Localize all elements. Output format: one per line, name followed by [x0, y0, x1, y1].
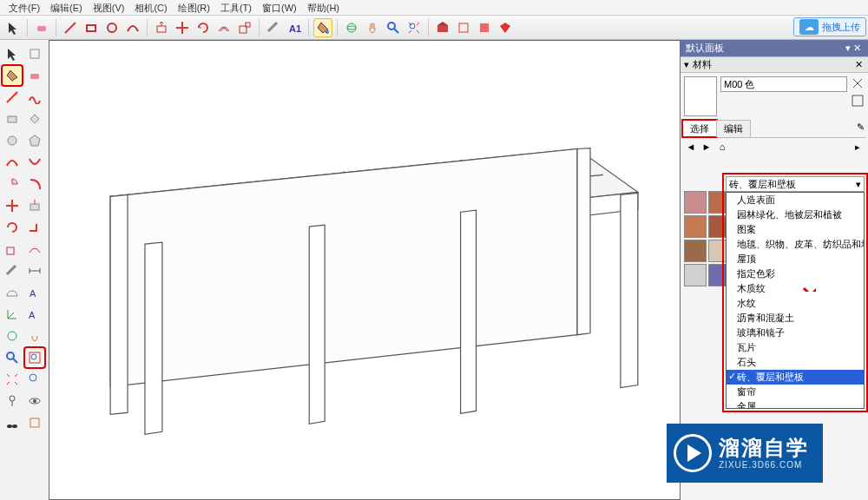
chevron-down-icon[interactable]: ▾ [856, 179, 861, 190]
circle-tool[interactable] [102, 18, 122, 37]
dd-option[interactable]: 水纹 [727, 296, 864, 311]
material-name-input[interactable] [720, 76, 847, 92]
freehand-tool[interactable] [24, 87, 45, 108]
axes-tool[interactable] [2, 304, 23, 325]
tray-collapse-icon[interactable]: ▾ ✕ [844, 43, 863, 54]
menu-file[interactable]: 文件(F) [3, 0, 45, 15]
dd-option[interactable]: 人造表面 [727, 193, 864, 207]
move-tool2[interactable] [2, 195, 23, 216]
nav-fwd-icon[interactable]: ► [700, 140, 713, 154]
3dtext-tool[interactable]: A [24, 304, 45, 325]
nav-menu-icon[interactable]: ▸ [851, 140, 865, 154]
scale-tool2[interactable] [2, 239, 23, 260]
offset-tool2[interactable] [24, 239, 45, 260]
material-thumb[interactable] [684, 264, 707, 286]
paint-bucket-tool2[interactable] [2, 65, 23, 86]
text-tool[interactable]: A1 [285, 18, 304, 37]
material-category-dropdown[interactable]: 砖、覆层和壁板 ▾ 人造表面 园林绿化、地被层和植被 图案 地毯、织物、皮革、纺… [726, 176, 865, 409]
pushpull-tool[interactable] [152, 18, 171, 37]
look-tool[interactable] [24, 391, 45, 411]
menu-tools[interactable]: 工具(T) [215, 0, 257, 15]
rect-tool2[interactable] [2, 109, 23, 129]
menu-window[interactable]: 窗口(W) [257, 0, 302, 15]
select-tool2[interactable] [2, 43, 23, 64]
create-material-icon[interactable] [851, 94, 865, 108]
menu-camera[interactable]: 相机(C) [129, 0, 172, 15]
paint-bucket-tool[interactable] [313, 18, 332, 37]
arc2-tool[interactable] [24, 152, 45, 173]
dd-option[interactable]: 窗帘 [727, 385, 864, 399]
walk-tool[interactable] [2, 412, 23, 433]
menu-view[interactable]: 视图(V) [88, 0, 130, 15]
line-tool2[interactable] [2, 87, 23, 108]
text-tool2[interactable]: A [24, 282, 45, 303]
tape-tool2[interactable] [2, 260, 23, 281]
dd-option[interactable]: 指定色彩 [727, 266, 864, 281]
edit-pencil-icon[interactable]: ✎ [855, 120, 866, 137]
circle-tool2[interactable] [2, 130, 23, 151]
nav-home-icon[interactable]: ⌂ [715, 140, 729, 154]
zoom-extents-tool[interactable] [404, 18, 424, 37]
tray-default-header[interactable]: 默认面板 ▾ ✕ [681, 40, 868, 56]
menu-help[interactable]: 帮助(H) [302, 0, 345, 15]
move-tool[interactable] [173, 18, 192, 37]
eraser-tool2[interactable] [24, 65, 45, 86]
arc-tool2[interactable] [2, 152, 23, 173]
toggle-secondary-icon[interactable] [851, 76, 865, 90]
dd-option[interactable]: 地毯、织物、皮革、纺织品和墙纸 [727, 237, 864, 252]
material-thumb[interactable] [684, 191, 707, 214]
zoom-extents-tool2[interactable] [2, 369, 23, 390]
dd-option[interactable]: 瓦片 [727, 340, 864, 355]
polygon-tool[interactable] [24, 130, 45, 151]
tab-select[interactable]: 选择 [682, 120, 717, 137]
menu-edit[interactable]: 编辑(E) [45, 0, 88, 15]
pan-tool2[interactable] [24, 326, 45, 346]
pie-tool[interactable] [2, 174, 23, 194]
dd-option[interactable]: 玻璃和镜子 [727, 326, 864, 340]
dd-option-selected[interactable]: 砖、覆层和壁板 [727, 370, 864, 385]
rect-tool[interactable] [82, 18, 101, 37]
pan-tool[interactable] [363, 18, 382, 37]
dd-option[interactable]: 屋顶 [727, 252, 864, 266]
dd-option[interactable]: 石头 [727, 355, 864, 370]
extension-icon[interactable] [454, 18, 473, 37]
position-camera-tool[interactable] [2, 391, 23, 411]
material-preview-swatch[interactable] [684, 76, 717, 116]
arc3-tool[interactable] [24, 174, 45, 194]
dimension-tool[interactable] [24, 260, 45, 281]
rotrect-tool[interactable] [24, 109, 45, 129]
offset-tool[interactable] [214, 18, 233, 37]
nav-back-icon[interactable]: ◄ [684, 140, 698, 154]
scale-tool[interactable] [235, 18, 254, 37]
dd-option[interactable]: 金属 [727, 399, 864, 409]
orbit-tool[interactable] [342, 18, 361, 37]
ruby-icon[interactable] [496, 18, 515, 37]
3dwarehouse-icon[interactable] [433, 18, 452, 37]
zoom-window-tool[interactable] [24, 347, 45, 368]
drag-upload-button[interactable]: ☁ 拖拽上传 [793, 17, 866, 36]
zoom-tool[interactable] [384, 18, 403, 37]
orbit-tool2[interactable] [2, 326, 23, 346]
dd-option[interactable]: 图案 [727, 222, 864, 237]
dd-option[interactable]: 沥青和混凝土 [727, 311, 864, 326]
viewport[interactable] [49, 40, 681, 500]
section-tool[interactable] [24, 412, 45, 433]
arc-tool[interactable] [123, 18, 142, 37]
material-thumb[interactable] [684, 215, 707, 238]
rotate-tool[interactable] [194, 18, 213, 37]
material-thumb[interactable] [684, 240, 707, 262]
previous-tool[interactable] [24, 369, 45, 390]
line-tool[interactable] [61, 18, 80, 37]
followme-tool[interactable] [24, 217, 45, 238]
zoom-tool2[interactable] [2, 347, 23, 368]
layout-icon[interactable] [475, 18, 494, 37]
dd-option[interactable]: 木质纹 [727, 281, 864, 296]
eraser-tool[interactable] [32, 18, 51, 37]
tab-edit[interactable]: 编辑 [716, 120, 751, 137]
rotate-tool2[interactable] [2, 217, 23, 238]
protractor-tool[interactable] [2, 282, 23, 303]
dd-option[interactable]: 园林绿化、地被层和植被 [727, 207, 864, 222]
component-tool[interactable] [24, 43, 45, 64]
tape-tool[interactable] [264, 18, 283, 37]
materials-tray-header[interactable]: ▾ 材料 ✕ [681, 56, 868, 73]
